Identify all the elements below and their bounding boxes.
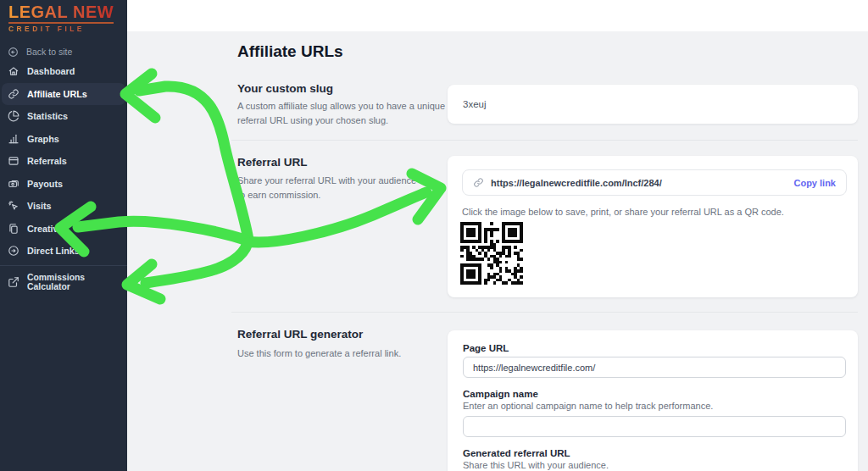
link-icon <box>8 88 19 100</box>
referral-url-heading: Referral URL <box>237 156 308 169</box>
browser-window-icon <box>8 155 19 167</box>
campaign-name-label: Campaign name <box>463 389 843 399</box>
referral-url-description: Share your referral URL with your audien… <box>237 174 422 202</box>
campaign-name-input[interactable] <box>463 416 846 437</box>
link-icon <box>473 177 484 188</box>
custom-slug-value[interactable]: 3xeuj <box>463 99 487 109</box>
sidebar-item-label: Statistics <box>27 111 68 121</box>
bar-chart-icon <box>8 133 19 145</box>
generated-url-label: Generated referral URL <box>463 448 843 458</box>
referral-url-value: https://legalnewcreditfile.com/lncf/284/ <box>491 178 787 188</box>
home-icon <box>8 65 19 77</box>
brand-logo-line2: CREDIT FILE <box>8 25 119 33</box>
arrow-right-circle-icon <box>8 245 19 257</box>
sidebar-footer: Commissions Calculator <box>0 265 127 293</box>
sidebar-item-creatives[interactable]: Creatives <box>0 218 127 241</box>
custom-slug-card: 3xeuj <box>448 85 858 124</box>
sidebar-item-payouts[interactable]: Payouts <box>0 173 127 196</box>
sidebar-item-graphs[interactable]: Graphs <box>0 128 127 151</box>
page-url-label: Page URL <box>463 343 843 353</box>
campaign-name-help: Enter an optional campaign name to help … <box>463 401 843 411</box>
sidebar-item-label: Referrals <box>27 156 67 166</box>
sidebar-item-label: Direct Links <box>27 246 80 256</box>
section-divider <box>231 140 858 141</box>
referral-url-card: https://legalnewcreditfile.com/lncf/284/… <box>448 156 858 297</box>
custom-slug-description: A custom affiliate slug allows you to ha… <box>237 99 445 127</box>
sidebar-nav: Dashboard Affiliate URLs Statistics Grap… <box>0 60 127 263</box>
sidebar-item-label: Payouts <box>27 179 63 189</box>
external-link-icon <box>8 276 19 288</box>
custom-slug-heading: Your custom slug <box>237 82 333 95</box>
pages-icon <box>8 223 19 235</box>
sidebar-item-label: Affiliate URLs <box>27 89 87 99</box>
page-url-input[interactable] <box>463 357 846 378</box>
generator-heading: Referral URL generator <box>237 328 363 341</box>
qr-code[interactable] <box>460 222 523 285</box>
sidebar-item-referrals[interactable]: Referrals <box>0 150 127 173</box>
generator-description: Use this form to generate a referral lin… <box>237 346 445 361</box>
arrow-left-circle-icon <box>8 47 19 58</box>
copy-link-button[interactable]: Copy link <box>793 178 836 188</box>
banknote-icon <box>8 178 19 190</box>
sidebar-item-label: Commissions Calculator <box>27 273 127 291</box>
generated-url-help: Share this URL with your audience. <box>463 460 843 470</box>
affiliate-dashboard: LEGAL NEW CREDIT FILE Back to site Dashb… <box>0 0 868 471</box>
back-to-site-label: Back to site <box>26 47 72 57</box>
sidebar-item-label: Visits <box>27 201 52 211</box>
sidebar-item-affiliate-urls[interactable]: Affiliate URLs <box>2 83 125 106</box>
sidebar-item-direct-links[interactable]: Direct Links <box>0 240 127 263</box>
back-to-site-link[interactable]: Back to site <box>0 43 127 60</box>
generator-card: Page URL Campaign name Enter an optional… <box>448 330 858 471</box>
top-bar <box>127 0 868 31</box>
sidebar-item-label: Dashboard <box>27 66 75 76</box>
brand-logo[interactable]: LEGAL NEW CREDIT FILE <box>0 0 127 33</box>
brand-logo-line1: LEGAL NEW <box>8 3 114 24</box>
cursor-sparkle-icon <box>8 200 19 212</box>
qr-caption: Click the image below to save, print, or… <box>462 207 784 217</box>
referral-url-field[interactable]: https://legalnewcreditfile.com/lncf/284/… <box>462 169 847 196</box>
page-title: Affiliate URLs <box>237 42 343 61</box>
main-content: Affiliate URLs Your custom slug A custom… <box>127 0 868 471</box>
sidebar-item-visits[interactable]: Visits <box>0 195 127 218</box>
sidebar-item-statistics[interactable]: Statistics <box>0 105 127 128</box>
sidebar: LEGAL NEW CREDIT FILE Back to site Dashb… <box>0 0 127 471</box>
section-divider <box>231 312 858 313</box>
sidebar-item-label: Graphs <box>27 134 59 144</box>
sidebar-item-commissions-calculator[interactable]: Commissions Calculator <box>0 271 127 293</box>
sidebar-item-dashboard[interactable]: Dashboard <box>0 60 127 83</box>
pie-chart-icon <box>8 110 19 122</box>
sidebar-item-label: Creatives <box>27 224 69 234</box>
